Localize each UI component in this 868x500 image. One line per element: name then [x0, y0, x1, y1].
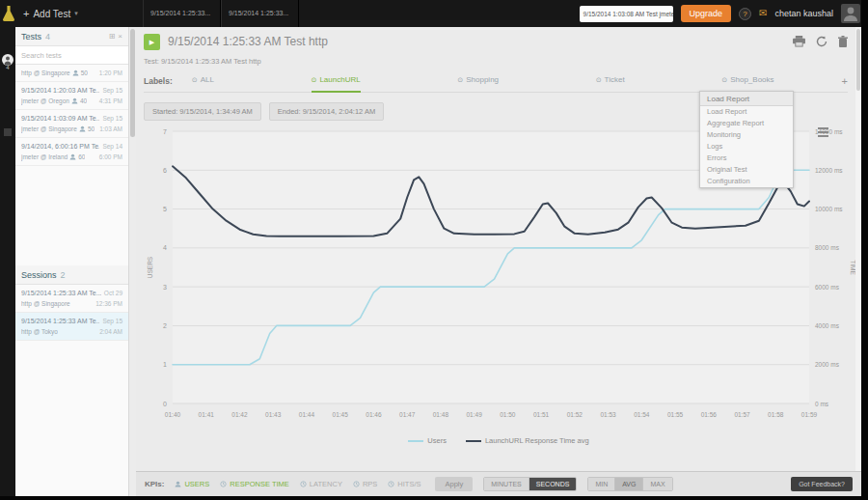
- session-selector[interactable]: 9/15/2014 1:03:08 AM Test jmeter... ▾: [580, 6, 673, 22]
- session-tab-2[interactable]: 9/15/2014 1:25:33...: [221, 0, 299, 27]
- report-menu-item-configuration[interactable]: Configuration: [700, 176, 793, 187]
- print-icon[interactable]: [793, 36, 805, 47]
- report-menu-item-logs[interactable]: Logs: [700, 141, 793, 153]
- test-location: jmeter @ Ireland60: [21, 152, 85, 162]
- scrollbar-thumb[interactable]: [130, 29, 135, 137]
- y-left-tick: 7: [163, 128, 167, 135]
- app-logo-icon[interactable]: [2, 5, 15, 22]
- aggregation-min[interactable]: MIN: [588, 478, 615, 490]
- session-date: Sep 15: [102, 316, 122, 326]
- user-icon: [71, 97, 78, 104]
- y-left-tick: 3: [163, 284, 167, 291]
- test-name: 9/15/2014 1:20:03 AM Te...: [21, 85, 99, 96]
- report-menu-item-errors[interactable]: Errors: [700, 153, 793, 164]
- y-left-tick: 6: [163, 167, 167, 174]
- search-input[interactable]: [15, 46, 128, 65]
- expand-icon[interactable]: ⊞: [109, 32, 116, 41]
- session-item[interactable]: 9/15/2014 1:25:33 AM Te...Oct 29http @ S…: [15, 285, 128, 313]
- feedback-button[interactable]: Got Feedback?: [791, 477, 853, 491]
- metric-icon: [388, 481, 394, 487]
- tests-list: http @ Singapore501:20 PM9/15/2014 1:20:…: [15, 65, 128, 265]
- kpi-caption: KPIs:: [145, 480, 164, 488]
- session-item[interactable]: 9/15/2014 1:25:33 AM Te...Sep 15http @ T…: [15, 313, 128, 341]
- chart-menu-icon[interactable]: [818, 127, 828, 139]
- x-tick: 01:59: [801, 411, 818, 418]
- test-location: jmeter @ Oregon40: [21, 96, 87, 106]
- session-name: 9/15/2014 1:25:33 AM Te...: [21, 316, 99, 326]
- tests-header-icons: ⊞ ×: [109, 32, 122, 41]
- y-left-tick: 5: [163, 206, 167, 212]
- legend-item-launchurl-response-time-avg[interactable]: LaunchURL Response Time avg: [466, 436, 589, 445]
- apply-button[interactable]: Apply: [435, 477, 473, 491]
- test-item[interactable]: 9/15/2014 1:20:03 AM Te...Sep 15jmeter @…: [15, 82, 128, 110]
- granularity-seconds[interactable]: SECONDS: [529, 478, 577, 490]
- test-item[interactable]: 9/14/2014, 6:00:16 PM Te...Sep 14jmeter …: [15, 138, 128, 166]
- close-icon[interactable]: ×: [118, 32, 122, 41]
- kpi-toggle-users[interactable]: USERS: [175, 480, 209, 488]
- sessions-count: 2: [61, 270, 66, 280]
- add-test-button[interactable]: + Add Test ▾: [23, 0, 78, 27]
- tests-header: Tests 4 ⊞ ×: [15, 27, 128, 46]
- label-icon: ⊙: [312, 76, 317, 84]
- label-tab-shop-books[interactable]: ⊙Shop_Books: [721, 69, 773, 93]
- test-time: 4:31 PM: [99, 96, 122, 106]
- aggregation-max[interactable]: MAX: [643, 478, 671, 490]
- x-tick: 01:49: [466, 411, 482, 418]
- username[interactable]: chetan kaushal: [774, 9, 833, 18]
- help-icon[interactable]: ?: [739, 8, 751, 20]
- active-users-icon[interactable]: [2, 52, 14, 64]
- kpi-toggle-hits-s[interactable]: HITS/S: [388, 480, 420, 488]
- upgrade-button[interactable]: Upgrade: [681, 5, 732, 22]
- left-icon-rail: 4: [0, 27, 15, 496]
- x-tick: 01:47: [399, 411, 416, 418]
- session-tab-1[interactable]: 9/15/2014 1:25:33...: [143, 0, 221, 27]
- started-chip: Started: 9/15/2014, 1:34:49 AM: [144, 102, 261, 121]
- label-tab-launchurl[interactable]: ⊙LaunchURL: [312, 69, 361, 93]
- x-tick: 01:44: [299, 411, 315, 418]
- delete-icon[interactable]: [838, 36, 848, 47]
- user-icon: [79, 125, 86, 132]
- scrollbar-thumb[interactable]: [856, 29, 860, 91]
- x-tick: 01:57: [734, 411, 750, 418]
- kpi-toggle-latency[interactable]: LATENCY: [300, 480, 342, 488]
- report-menu-item-load-report[interactable]: Load Report: [700, 106, 793, 118]
- label-tab-shopping[interactable]: ⊙Shopping: [457, 69, 499, 93]
- y-right-tick: 8000 ms: [815, 244, 840, 251]
- label-tab-ticket[interactable]: ⊙Ticket: [596, 69, 625, 93]
- mail-icon[interactable]: ✉: [759, 0, 767, 27]
- x-tick: 01:54: [634, 411, 650, 418]
- x-tick: 01:42: [231, 411, 248, 418]
- x-tick: 01:58: [768, 411, 784, 418]
- y-left-tick: 1: [163, 361, 167, 368]
- add-label-button[interactable]: +: [842, 75, 848, 87]
- avatar[interactable]: [841, 4, 860, 23]
- test-item[interactable]: http @ Singapore501:20 PM: [15, 65, 128, 82]
- aggregation-toggle: MINAVGMAX: [587, 477, 672, 491]
- report-menu-item-original-test[interactable]: Original Test: [700, 164, 793, 176]
- report-title-row: ▶ 9/15/2014 1:25:33 AM Test http: [144, 33, 848, 50]
- kpi-toggle-rps[interactable]: RPS: [353, 480, 377, 488]
- top-bar: + Add Test ▾ 9/15/2014 1:25:33... 9/15/2…: [0, 0, 868, 27]
- label-text: ALL: [201, 75, 214, 84]
- labels-caption: Labels:: [144, 76, 173, 86]
- run-test-button[interactable]: ▶: [144, 34, 160, 50]
- report-menu-trigger[interactable]: Load Report: [700, 92, 793, 106]
- legend-item-users[interactable]: Users: [408, 436, 447, 445]
- report-menu-item-monitoring[interactable]: Monitoring: [700, 129, 793, 141]
- aggregation-avg[interactable]: AVG: [615, 478, 643, 490]
- x-tick: 01:48: [433, 411, 449, 418]
- refresh-icon[interactable]: [816, 36, 827, 47]
- test-name: 9/14/2014, 6:00:16 PM Te...: [21, 141, 99, 152]
- kpi-toggle-response-time[interactable]: RESPONSE TIME: [220, 480, 289, 488]
- location-text: jmeter @ Oregon: [21, 96, 69, 106]
- session-location: http @ Singapore: [21, 298, 70, 309]
- test-name: 9/15/2014 1:03:09 AM Te...: [21, 113, 99, 124]
- collapse-handle-icon[interactable]: [4, 128, 12, 136]
- test-item[interactable]: 9/15/2014 1:03:09 AM Te...Sep 15jmeter @…: [15, 110, 128, 138]
- sidebar-scrollbar[interactable]: [129, 27, 136, 496]
- y-right-tick: 4000 ms: [815, 322, 840, 329]
- report-menu-item-aggregate-report[interactable]: Aggregate Report: [700, 118, 793, 129]
- label-tab-all[interactable]: ⊙ALL: [192, 69, 214, 93]
- plus-icon: +: [23, 8, 29, 19]
- granularity-minutes[interactable]: MINUTES: [484, 478, 529, 490]
